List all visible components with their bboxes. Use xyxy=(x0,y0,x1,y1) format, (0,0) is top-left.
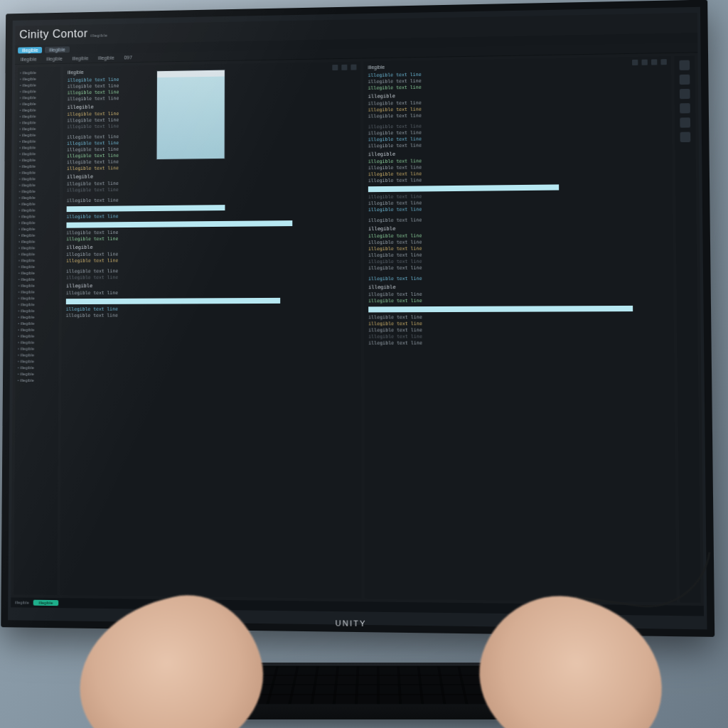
hierarchy-item[interactable]: illegible xyxy=(18,226,58,232)
editor-left-tools xyxy=(330,65,356,72)
tool-icon[interactable] xyxy=(332,65,338,70)
hierarchy-item[interactable]: illegible xyxy=(18,277,58,283)
hierarchy-item[interactable]: illegible xyxy=(18,264,58,270)
monitor-brand-badge: UNITY xyxy=(336,619,367,628)
code-line: illegible text line xyxy=(66,289,357,296)
hierarchy-item[interactable]: illegible xyxy=(18,301,57,308)
hierarchy-panel[interactable]: illegibleillegibleillegibleillegibleille… xyxy=(14,67,60,595)
highlight-bar xyxy=(368,184,559,192)
hierarchy-item[interactable]: illegible xyxy=(18,352,57,358)
hierarchy-item[interactable]: illegible xyxy=(18,270,58,277)
rail-icon[interactable] xyxy=(680,75,690,85)
hierarchy-item[interactable]: illegible xyxy=(18,245,58,251)
highlight-bar xyxy=(66,220,291,228)
rail-icon[interactable] xyxy=(680,132,691,142)
editor-left-title: illegible xyxy=(68,70,84,75)
code-line: illegible text line xyxy=(368,340,670,347)
screen: Cinity Contor illegible illegible illegi… xyxy=(11,13,704,616)
editor-right-title: illegible xyxy=(368,65,385,70)
hierarchy-item[interactable]: illegible xyxy=(18,333,57,340)
hierarchy-item[interactable]: illegible xyxy=(18,295,57,301)
hierarchy-item[interactable]: illegible xyxy=(18,220,58,226)
code-line: illegible text line xyxy=(66,273,357,281)
code-line: illegible text line xyxy=(66,234,357,242)
hierarchy-item[interactable]: illegible xyxy=(18,321,57,327)
tool-icon[interactable] xyxy=(642,60,648,65)
preview-body xyxy=(157,76,225,159)
highlight-bar xyxy=(66,298,281,304)
code-line: illegible text line xyxy=(66,311,357,318)
app-subtitle: illegible xyxy=(90,33,107,38)
menu-item-0[interactable]: illegible xyxy=(21,57,37,62)
status-text: illegible xyxy=(15,600,29,604)
menu-item-1[interactable]: illegible xyxy=(46,56,63,61)
hierarchy-item[interactable]: illegible xyxy=(18,251,58,257)
highlight-bar xyxy=(368,306,633,312)
hierarchy-item[interactable]: illegible xyxy=(18,346,57,352)
tab-1[interactable]: illegible xyxy=(45,46,69,53)
hierarchy-item[interactable]: illegible xyxy=(18,371,57,378)
editor-right-body[interactable]: illegible text lineillegible text lineil… xyxy=(368,68,670,347)
menu-item-4[interactable]: 097 xyxy=(124,55,132,60)
hierarchy-item[interactable]: illegible xyxy=(18,308,57,314)
hierarchy-item[interactable]: illegible xyxy=(18,289,57,295)
tool-icon[interactable] xyxy=(660,59,666,65)
code-line: illegible text line xyxy=(368,296,669,304)
hierarchy-item[interactable]: illegible xyxy=(18,283,58,289)
editor-left[interactable]: illegible illegible text lineillegible t… xyxy=(60,61,361,599)
code-line: illegible text line xyxy=(368,274,669,282)
hierarchy-item[interactable]: illegible xyxy=(18,232,58,239)
hierarchy-item[interactable]: illegible xyxy=(18,314,57,321)
tool-icon[interactable] xyxy=(341,65,347,70)
highlight-bar xyxy=(67,205,225,212)
status-chip[interactable]: illegible xyxy=(33,600,59,606)
app-title: Cinity Contor xyxy=(19,28,87,41)
hierarchy-item[interactable]: illegible xyxy=(18,327,57,333)
code-line: illegible text line xyxy=(67,211,357,220)
tool-icon[interactable] xyxy=(651,59,657,65)
menu-item-3[interactable]: illegible xyxy=(98,55,114,60)
menu-item-2[interactable]: illegible xyxy=(73,55,89,60)
hierarchy-item[interactable]: illegible xyxy=(18,340,57,346)
tool-icon[interactable] xyxy=(632,60,638,65)
right-rail xyxy=(674,55,701,602)
editor-right[interactable]: illegible illegible text lineillegible t… xyxy=(364,56,677,602)
rail-icon[interactable] xyxy=(680,117,690,127)
rail-icon[interactable] xyxy=(680,103,690,113)
rail-icon[interactable] xyxy=(680,89,690,99)
rail-icon[interactable] xyxy=(679,60,690,70)
hierarchy-item[interactable]: illegible xyxy=(17,378,56,384)
hierarchy-item[interactable]: illegible xyxy=(18,358,57,365)
tab-0[interactable]: illegible xyxy=(18,46,42,53)
hierarchy-item[interactable]: illegible xyxy=(18,365,57,371)
tool-icon[interactable] xyxy=(350,65,356,70)
workspace: illegibleillegibleillegibleillegibleille… xyxy=(11,53,704,606)
hierarchy-item[interactable]: illegible xyxy=(18,239,58,245)
preview-thumbnail[interactable] xyxy=(156,70,225,160)
hierarchy-item[interactable]: illegible xyxy=(18,257,58,264)
editor-right-tools xyxy=(630,59,667,66)
